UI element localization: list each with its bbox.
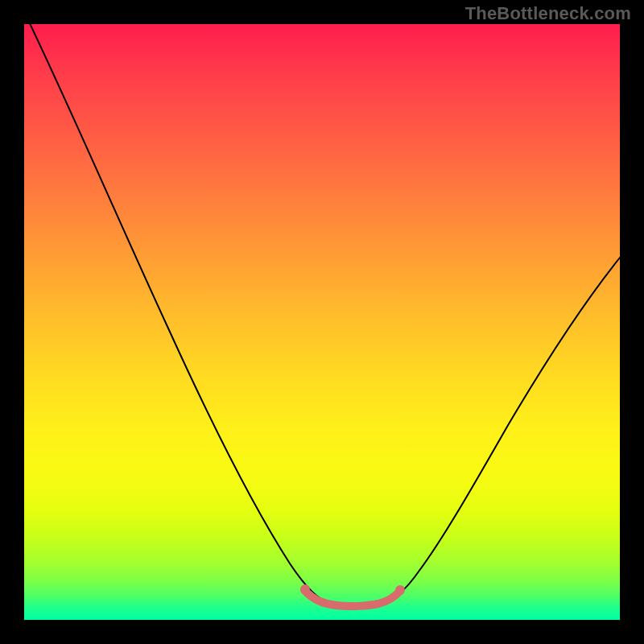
bottleneck-curve: [28, 24, 620, 605]
plot-area: [24, 24, 620, 620]
chart-svg: [24, 24, 620, 620]
optimal-range-end-dot: [395, 585, 405, 595]
watermark-text: TheBottleneck.com: [465, 3, 631, 24]
chart-frame: TheBottleneck.com: [0, 0, 644, 644]
optimal-range-start-dot: [300, 584, 310, 594]
optimal-range-marker: [304, 590, 400, 606]
